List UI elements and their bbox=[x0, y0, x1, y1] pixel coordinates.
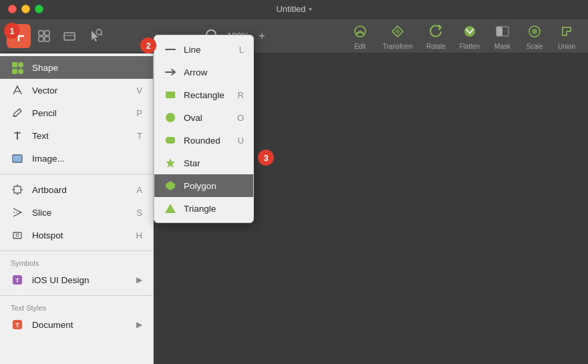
menu-item-image[interactable]: Image... bbox=[0, 147, 153, 170]
submenu-rounded[interactable]: Rounded U bbox=[154, 129, 253, 152]
text-shortcut: T bbox=[137, 131, 142, 141]
menu-item-text[interactable]: Text T bbox=[0, 124, 153, 147]
cursor-tool-button[interactable] bbox=[83, 24, 107, 48]
svg-text:T: T bbox=[15, 277, 19, 284]
mask-icon bbox=[493, 22, 512, 41]
vector-label: Vector bbox=[32, 85, 128, 96]
maximize-button[interactable] bbox=[35, 5, 43, 13]
menu-item-document[interactable]: T Document ▶ bbox=[0, 313, 153, 336]
shape-menu-icon bbox=[11, 61, 24, 74]
move-tool-button[interactable] bbox=[57, 24, 82, 48]
hotspot-label: Hotspot bbox=[32, 230, 128, 240]
svg-rect-19 bbox=[12, 62, 17, 67]
transform-label: Transform bbox=[383, 43, 413, 50]
image-label: Image... bbox=[32, 154, 142, 164]
svg-rect-3 bbox=[45, 31, 49, 35]
menu-item-ios-ui[interactable]: T iOS UI Design ▶ bbox=[0, 268, 153, 291]
close-button[interactable] bbox=[8, 5, 17, 13]
line-shortcut: L bbox=[239, 45, 244, 55]
shapes-submenu: Line L Arrow Rectangle R Oval O Ro bbox=[154, 35, 254, 223]
minimize-button[interactable] bbox=[21, 5, 30, 13]
svg-point-20 bbox=[18, 62, 23, 67]
window-controls[interactable] bbox=[8, 5, 43, 13]
window-title: Untitled ▾ bbox=[276, 4, 311, 14]
menu-item-vector[interactable]: Vector V bbox=[0, 79, 153, 102]
symbols-header: Symbols bbox=[0, 255, 153, 268]
menu-divider-1 bbox=[0, 174, 153, 174]
menu-item-pencil[interactable]: Pencil P bbox=[0, 102, 153, 124]
image-menu-icon bbox=[11, 152, 24, 165]
menu-item-artboard[interactable]: Artboard A bbox=[0, 178, 153, 201]
document-label: Document bbox=[32, 320, 128, 330]
pencil-label: Pencil bbox=[32, 108, 128, 118]
rotate-tool[interactable]: Rotate bbox=[421, 19, 451, 53]
svg-rect-4 bbox=[39, 37, 43, 41]
artboard-shortcut: A bbox=[136, 185, 142, 195]
union-label: Union bbox=[558, 43, 575, 50]
triangle-label: Triangle bbox=[184, 204, 237, 214]
arrow-label: Arrow bbox=[184, 67, 237, 77]
artboard-label: Artboard bbox=[32, 185, 128, 195]
union-icon bbox=[557, 22, 576, 41]
rotate-label: Rotate bbox=[426, 43, 446, 50]
scale-label: Scale bbox=[526, 43, 543, 50]
text-styles-header: Text Styles bbox=[0, 300, 153, 313]
select-tool-button[interactable] bbox=[32, 24, 56, 48]
svg-point-18 bbox=[532, 29, 537, 34]
union-tool[interactable]: Union bbox=[552, 19, 581, 53]
rotate-icon bbox=[427, 22, 446, 41]
svg-rect-42 bbox=[166, 92, 175, 98]
main-area: Shape Vector V Pencil P bbox=[0, 53, 588, 364]
rectangle-label: Rectangle bbox=[184, 90, 231, 100]
svg-rect-34 bbox=[13, 232, 21, 238]
svg-point-22 bbox=[18, 69, 23, 74]
menu-divider-3 bbox=[0, 295, 153, 296]
scale-icon bbox=[525, 22, 544, 41]
submenu-arrow[interactable]: Arrow bbox=[154, 61, 253, 83]
submenu-polygon[interactable]: Polygon bbox=[154, 174, 253, 197]
line-label: Line bbox=[184, 45, 233, 55]
ios-ui-icon: T bbox=[11, 273, 24, 287]
rounded-label: Rounded bbox=[184, 136, 231, 146]
svg-text:T: T bbox=[15, 322, 19, 329]
vector-shortcut: V bbox=[136, 85, 142, 96]
ios-ui-arrow-icon: ▶ bbox=[136, 275, 142, 285]
svg-rect-28 bbox=[14, 186, 21, 193]
vector-icon bbox=[11, 83, 24, 97]
edit-tool[interactable]: Edit bbox=[345, 19, 375, 53]
submenu-line[interactable]: Line L bbox=[154, 38, 253, 61]
mask-label: Mask bbox=[494, 43, 510, 50]
add-button[interactable] bbox=[7, 24, 31, 48]
scale-tool[interactable]: Scale bbox=[520, 19, 549, 53]
menu-item-slice[interactable]: Slice S bbox=[0, 201, 153, 224]
star-icon bbox=[164, 156, 177, 170]
shape-label: Shape bbox=[32, 63, 142, 73]
svg-marker-45 bbox=[166, 158, 175, 168]
slice-shortcut: S bbox=[136, 208, 142, 218]
submenu-star[interactable]: Star bbox=[154, 152, 253, 174]
svg-rect-44 bbox=[166, 137, 175, 144]
hotspot-icon bbox=[11, 228, 24, 242]
zoom-in-button[interactable]: + bbox=[255, 29, 269, 43]
star-label: Star bbox=[184, 158, 237, 168]
title-chevron-icon: ▾ bbox=[309, 5, 312, 13]
submenu-oval[interactable]: Oval O bbox=[154, 106, 253, 129]
menu-item-shape[interactable]: Shape bbox=[0, 56, 153, 79]
svg-point-14 bbox=[464, 26, 475, 37]
menu-divider-2 bbox=[0, 250, 153, 251]
document-icon: T bbox=[11, 318, 24, 331]
flatten-tool[interactable]: Flatten bbox=[454, 19, 485, 53]
svg-rect-2 bbox=[39, 31, 43, 35]
svg-marker-47 bbox=[165, 204, 176, 213]
pencil-icon bbox=[11, 106, 24, 120]
submenu-rectangle[interactable]: Rectangle R bbox=[154, 83, 253, 106]
submenu-triangle[interactable]: Triangle bbox=[154, 197, 253, 220]
edit-label: Edit bbox=[354, 43, 365, 50]
svg-point-35 bbox=[16, 234, 19, 236]
menu-item-hotspot[interactable]: Hotspot H bbox=[0, 224, 153, 246]
text-menu-icon bbox=[11, 129, 24, 142]
mask-tool[interactable]: Mask bbox=[488, 19, 517, 53]
arrow-icon bbox=[164, 65, 177, 79]
transform-tool[interactable]: Transform bbox=[378, 19, 418, 53]
toolbar: − 100% + Edit bbox=[0, 19, 588, 53]
